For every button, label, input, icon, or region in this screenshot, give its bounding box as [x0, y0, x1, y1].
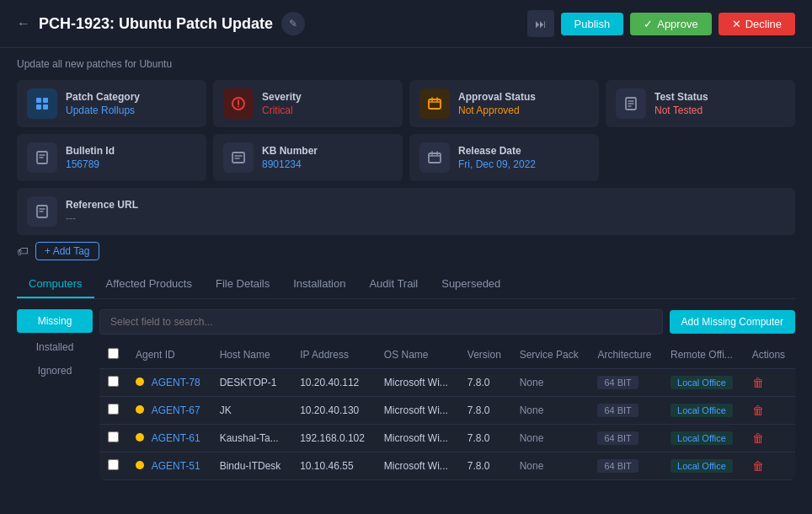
row-checkbox-3[interactable] [108, 459, 119, 470]
empty-card [606, 134, 795, 181]
delete-button[interactable]: 🗑 [752, 376, 764, 389]
reference-url-icon [27, 196, 57, 227]
missing-filter-button[interactable]: Missing [17, 309, 93, 333]
version-cell: 7.8.0 [459, 452, 511, 480]
x-icon: ✕ [732, 18, 741, 30]
publish-button[interactable]: Publish [561, 13, 624, 35]
os-name-cell: Microsoft Wi... [376, 425, 459, 452]
agent-id-cell: AGENT-61 [127, 425, 211, 452]
tab-affected-products[interactable]: Affected Products [94, 270, 204, 298]
ignored-filter-label[interactable]: Ignored [17, 361, 93, 380]
agent-id-link[interactable]: AGENT-51 [152, 460, 200, 472]
release-date-card: Release Date Fri, Dec 09, 2022 [409, 134, 599, 181]
computers-table-wrap: Agent ID Host Name IP Address OS Name Ve… [99, 341, 795, 480]
row-checkbox-2[interactable] [108, 431, 119, 442]
info-grid-row1: Patch Category Update Rollups Severity C… [17, 80, 795, 127]
host-name-cell: DESKTOP-1 [211, 369, 292, 397]
release-date-label: Release Date [458, 145, 536, 157]
status-dot [136, 461, 144, 469]
tab-file-details[interactable]: File Details [204, 270, 281, 298]
info-grid-row2: Bulletin Id 156789 KB Number 8901234 Rel… [17, 134, 795, 181]
tab-installation[interactable]: Installation [281, 270, 357, 298]
back-button[interactable]: ← [17, 16, 30, 31]
installed-filter-label[interactable]: Installed [17, 338, 93, 356]
actions-cell: 🗑 [744, 397, 795, 425]
svg-rect-1 [43, 98, 48, 103]
os-name-cell: Microsoft Wi... [376, 397, 459, 425]
decline-button[interactable]: ✕ Decline [719, 13, 795, 35]
agent-id-cell: AGENT-51 [127, 452, 211, 480]
approve-button[interactable]: ✓ Approve [630, 13, 711, 35]
host-name-cell: Bindu-ITDesk [211, 452, 292, 480]
bulletin-id-icon [27, 142, 57, 173]
ip-address-cell: 10.20.40.112 [291, 369, 376, 397]
row-checkbox-cell[interactable] [99, 452, 127, 480]
service-pack-cell: None [511, 425, 590, 452]
kb-number-card: KB Number 8901234 [213, 134, 403, 181]
severity-card: Severity Critical [213, 80, 403, 127]
row-checkbox-cell[interactable] [99, 369, 127, 397]
select-all-header[interactable] [99, 341, 127, 369]
row-checkbox-0[interactable] [108, 376, 119, 387]
service-pack-cell: None [511, 369, 590, 397]
test-status-label: Test Status [654, 91, 708, 103]
row-checkbox-cell[interactable] [99, 397, 127, 425]
svg-rect-3 [43, 104, 48, 110]
reference-url-row: Reference URL --- [17, 188, 795, 235]
main-content: Update all new patches for Ubuntu Patch … [0, 48, 812, 499]
remote-office-badge: Local Office [670, 431, 733, 445]
agent-id-link[interactable]: AGENT-61 [152, 432, 200, 444]
check-icon: ✓ [644, 18, 653, 30]
delete-button[interactable]: 🗑 [752, 404, 764, 417]
table-row: AGENT-51 Bindu-ITDesk 10.10.46.55 Micros… [99, 452, 795, 480]
tags-row: 🏷 + Add Tag [17, 242, 795, 260]
tab-superseded[interactable]: Superseded [430, 270, 512, 298]
remote-office-cell: Local Office [662, 425, 744, 452]
architecture-cell: 64 BIT [589, 452, 662, 480]
ip-address-cell: 10.20.40.130 [291, 397, 376, 425]
svg-rect-7 [429, 99, 441, 109]
delete-button[interactable]: 🗑 [752, 431, 764, 445]
remote-office-badge: Local Office [670, 404, 733, 417]
add-tag-button[interactable]: + Add Tag [35, 242, 99, 260]
service-pack-cell: None [511, 452, 590, 480]
approval-status-label: Approval Status [458, 91, 536, 103]
tab-computers[interactable]: Computers [17, 270, 94, 298]
test-status-icon [616, 88, 646, 119]
architecture-badge: 64 BIT [597, 459, 638, 473]
page-subtitle: Update all new patches for Ubuntu [17, 58, 795, 70]
row-checkbox-cell[interactable] [99, 425, 127, 452]
row-checkbox-1[interactable] [108, 404, 119, 415]
reference-url-value: --- [66, 212, 138, 224]
status-dot [136, 433, 144, 442]
svg-rect-0 [36, 98, 41, 103]
delete-button[interactable]: 🗑 [752, 459, 764, 473]
ip-address-cell: 192.168.0.102 [291, 425, 376, 452]
table-row: AGENT-67 JK 10.20.40.130 Microsoft Wi...… [99, 397, 795, 425]
approval-status-icon [419, 88, 450, 119]
kb-number-label: KB Number [262, 145, 318, 157]
agent-id-link[interactable]: AGENT-67 [152, 404, 200, 416]
agent-id-link[interactable]: AGENT-78 [152, 377, 200, 388]
col-remote-office: Remote Offi... [662, 341, 744, 369]
reference-url-label: Reference URL [66, 199, 138, 211]
search-input[interactable] [99, 309, 663, 335]
select-all-checkbox[interactable] [108, 348, 119, 359]
add-missing-computer-button[interactable]: Add Missing Computer [670, 310, 795, 334]
page-title: PCH-1923: Ubuntu Patch Update [39, 15, 273, 33]
remote-office-cell: Local Office [662, 369, 744, 397]
table-body: AGENT-78 DESKTOP-1 10.20.40.112 Microsof… [99, 369, 795, 480]
kb-number-icon [223, 142, 254, 173]
service-pack-cell: None [511, 397, 590, 425]
edit-button[interactable]: ✎ [281, 12, 305, 35]
tabs-navigation: Computers Affected Products File Details… [17, 270, 795, 299]
version-cell: 7.8.0 [459, 397, 511, 425]
tab-audit-trail[interactable]: Audit Trail [357, 270, 430, 298]
skip-button[interactable]: ⏭ [527, 10, 554, 37]
status-dot [136, 405, 144, 414]
table-header-row: Agent ID Host Name IP Address OS Name Ve… [99, 341, 795, 369]
col-service-pack: Service Pack [511, 341, 590, 369]
svg-rect-15 [232, 153, 244, 163]
actions-cell: 🗑 [744, 452, 795, 480]
approval-status-value: Not Approved [458, 104, 536, 116]
